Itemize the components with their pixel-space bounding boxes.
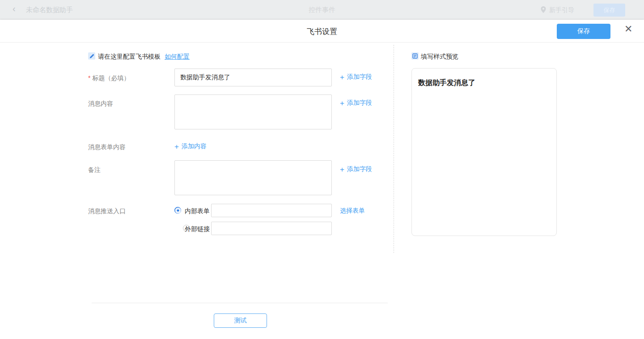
- modal-body: 请在这里配置飞书模板 如何配置 *标题（必填） + 添加字段 消息内容 + 添加…: [0, 20, 644, 339]
- title-field-label: *标题（必填）: [88, 74, 130, 82]
- content-textarea[interactable]: [174, 94, 332, 129]
- remark-add-field-link[interactable]: + 添加字段: [340, 165, 372, 173]
- preview-doc-icon: [411, 52, 419, 60]
- content-field-label: 消息内容: [88, 100, 113, 108]
- form-content-add-link[interactable]: + 添加内容: [174, 142, 207, 150]
- plus-icon: +: [174, 143, 179, 150]
- how-to-configure-link[interactable]: 如何配置: [165, 53, 190, 61]
- preview-card-title: 数据助手发消息了: [418, 78, 550, 88]
- plus-icon: +: [340, 166, 344, 173]
- external-link-radio-label[interactable]: 外部链接: [185, 225, 210, 233]
- internal-form-radio-label[interactable]: 内部表单: [185, 207, 210, 215]
- topbar-center-title: 控件事件: [0, 6, 644, 14]
- remark-textarea[interactable]: [174, 160, 332, 195]
- test-button[interactable]: 测试: [214, 313, 267, 328]
- bottom-divider: [92, 303, 388, 303]
- plus-icon: +: [340, 73, 344, 81]
- internal-form-radio[interactable]: [174, 207, 181, 214]
- external-link-input[interactable]: [211, 222, 332, 235]
- feishu-settings-modal: 飞书设置 保存 ✕ 请在这里配置飞书模板 如何配置 *标题（必填） + 添加字段…: [0, 20, 644, 339]
- required-mark: *: [88, 74, 90, 82]
- guide-label[interactable]: 新手引导: [549, 6, 574, 14]
- location-pin-icon: [540, 6, 547, 13]
- vertical-divider: [394, 45, 394, 253]
- config-header-text: 请在这里配置飞书模板: [98, 53, 161, 61]
- remark-field-label: 备注: [88, 166, 101, 174]
- title-input[interactable]: [174, 69, 332, 86]
- topbar-save-button: 保存: [593, 4, 625, 17]
- internal-form-input[interactable]: [211, 204, 332, 217]
- select-form-link[interactable]: 选择表单: [340, 207, 365, 215]
- pencil-icon: [88, 52, 95, 60]
- preview-header: 填写样式预览: [421, 53, 458, 61]
- preview-card: 数据助手发消息了: [411, 68, 557, 236]
- plus-icon: +: [340, 99, 344, 107]
- content-add-field-link[interactable]: + 添加字段: [340, 99, 372, 107]
- title-add-field-link[interactable]: + 添加字段: [340, 73, 372, 81]
- form-content-field-label: 消息表单内容: [88, 143, 126, 151]
- entry-field-label: 消息推送入口: [88, 207, 126, 215]
- topbar: ‹ 未命名数据助手 控件事件 新手引导 保存: [0, 0, 644, 20]
